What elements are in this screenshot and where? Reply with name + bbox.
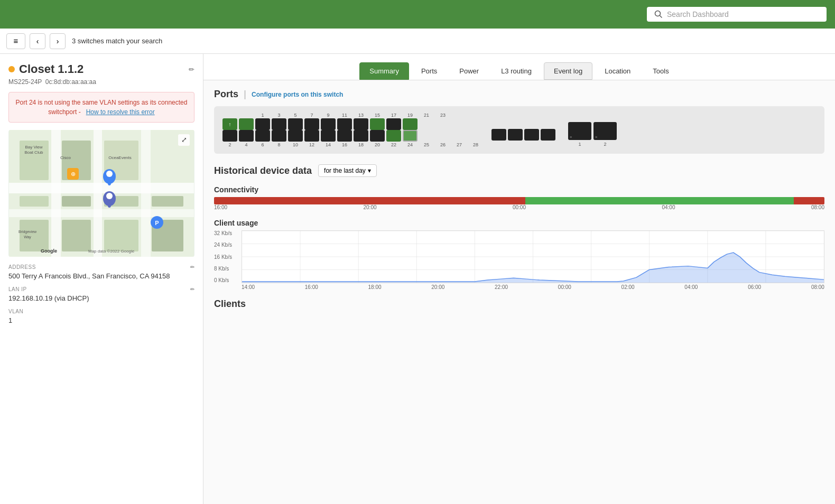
svg-rect-17	[104, 220, 138, 251]
svg-text:P: P	[155, 220, 159, 226]
port-19[interactable]	[370, 118, 385, 130]
y-axis-labels: 32 Kb/s 24 Kb/s 16 Kb/s 8 Kb/s 0 Kb/s	[214, 230, 234, 283]
chart-canvas	[242, 230, 824, 283]
port-7[interactable]	[272, 118, 286, 130]
period-dropdown[interactable]: for the last day ▾	[318, 164, 377, 177]
client-usage-title: Client usage	[214, 219, 824, 227]
port-21[interactable]	[386, 118, 401, 130]
svg-text:Google: Google	[41, 248, 57, 254]
tab-tools[interactable]: Tools	[643, 62, 679, 80]
port-9[interactable]	[288, 118, 303, 130]
port-20[interactable]	[370, 130, 385, 142]
port-14[interactable]	[321, 130, 336, 142]
svg-rect-14	[152, 196, 183, 207]
port-3[interactable]	[239, 118, 254, 130]
top-bar: Search Dashboard	[0, 0, 835, 29]
port-11[interactable]	[304, 118, 319, 130]
svg-text:Cisco: Cisco	[60, 155, 71, 160]
edit-device-icon[interactable]: ✏	[189, 66, 194, 73]
list-view-button[interactable]: ≡	[6, 33, 25, 49]
tab-eventlog[interactable]: Event log	[544, 62, 592, 80]
connectivity-title: Connectivity	[214, 185, 824, 194]
chevron-right-icon: ›	[57, 37, 59, 45]
chart-data-svg	[242, 231, 824, 283]
vlan-label: VLAN	[8, 309, 194, 314]
port-8[interactable]	[272, 130, 286, 142]
svg-rect-6	[94, 130, 102, 257]
lan-ip-value: 192.168.10.19 (via DHCP)	[8, 294, 194, 302]
usage-time-labels: 14:00 16:00 18:00 20:00 22:00 00:00 02:0…	[242, 284, 824, 290]
edit-lanip-icon[interactable]: ✏	[190, 286, 195, 292]
svg-text:Bay View: Bay View	[25, 145, 42, 150]
vlan-value: 1	[8, 316, 194, 324]
address-label: ADDRESS ✏	[8, 264, 194, 270]
content-area: Ports | Configure ports on this switch 1…	[203, 80, 835, 318]
port-27[interactable]	[524, 129, 539, 141]
port-23[interactable]	[403, 118, 418, 130]
port-22[interactable]	[386, 130, 401, 142]
search-box[interactable]: Search Dashboard	[647, 7, 827, 22]
port-1[interactable]	[222, 118, 237, 130]
port-10[interactable]	[288, 130, 303, 142]
next-button[interactable]: ›	[50, 33, 66, 49]
device-header: Closet 1.1.2 ✏	[8, 62, 194, 76]
main-layout: Closet 1.1.2 ✏ MS225-24P 0c:8d:db:aa:aa:…	[0, 54, 835, 504]
device-model: MS225-24P 0c:8d:db:aa:aa:aa	[8, 78, 194, 86]
nav-bar: ≡ ‹ › 3 switches match your search	[0, 29, 835, 54]
port-17[interactable]	[354, 118, 368, 130]
svg-text:⊕: ⊕	[71, 171, 76, 177]
connectivity-bar	[214, 197, 824, 204]
svg-text:Way: Way	[24, 235, 31, 239]
svg-rect-7	[141, 130, 151, 257]
port-grid: 135 7911 131517 192123	[222, 113, 483, 147]
port-26[interactable]	[508, 129, 523, 141]
status-dot	[8, 66, 15, 72]
lan-ip-label: LAN IP ✏	[8, 286, 194, 292]
conn-segment-green	[525, 197, 794, 204]
clients-title: Clients	[214, 298, 824, 310]
extra-ports	[491, 120, 555, 141]
port-18[interactable]	[354, 130, 368, 142]
svg-line-1	[660, 16, 662, 18]
client-usage-chart: 32 Kb/s 24 Kb/s 16 Kb/s 8 Kb/s 0 Kb/s	[214, 230, 824, 290]
right-panel: Summary Ports Power L3 routing Event log…	[203, 54, 835, 504]
search-placeholder: Search Dashboard	[667, 10, 729, 18]
port-4[interactable]	[239, 130, 254, 142]
port-5[interactable]	[255, 118, 270, 130]
tab-location[interactable]: Location	[595, 62, 641, 80]
chevron-left-icon: ‹	[36, 37, 39, 45]
port-24[interactable]	[403, 130, 418, 142]
svg-rect-16	[62, 220, 91, 251]
port-15[interactable]	[337, 118, 352, 130]
port-2[interactable]	[222, 130, 237, 142]
port-16[interactable]	[337, 130, 352, 142]
error-link[interactable]: How to resolve this error	[86, 108, 155, 116]
ports-heading: Ports | Configure ports on this switch	[214, 89, 824, 100]
dropdown-arrow-icon: ▾	[368, 167, 371, 174]
address-value: 500 Terry A Francois Blvd., San Francisc…	[8, 272, 194, 280]
svg-text:Boat Club: Boat Club	[24, 150, 43, 155]
configure-ports-link[interactable]: Configure ports on this switch	[252, 91, 343, 98]
map-svg: Bay View Boat Club Cisco OceaEvents Brid…	[8, 130, 194, 257]
port-bottom-row	[222, 130, 483, 142]
port-25[interactable]	[491, 129, 506, 141]
edit-address-icon[interactable]: ✏	[190, 264, 195, 270]
tab-summary[interactable]: Summary	[359, 62, 409, 80]
historical-header: Historical device data for the last day …	[214, 164, 824, 177]
tab-l3routing[interactable]: L3 routing	[491, 62, 542, 80]
error-box: Port 24 is not using the same VLAN setti…	[8, 92, 194, 123]
svg-text:Bridgeview: Bridgeview	[18, 230, 37, 234]
port-13[interactable]	[321, 118, 336, 130]
historical-title: Historical device data	[214, 165, 312, 176]
port-12[interactable]	[304, 130, 319, 142]
map-container[interactable]: Bay View Boat Club Cisco OceaEvents Brid…	[8, 130, 194, 257]
device-title: Closet 1.1.2	[8, 62, 84, 76]
prev-button[interactable]: ‹	[30, 33, 45, 49]
port-6[interactable]	[255, 130, 270, 142]
tab-power[interactable]: Power	[449, 62, 489, 80]
tab-ports[interactable]: Ports	[411, 62, 447, 80]
svg-point-0	[655, 11, 661, 16]
svg-rect-11	[20, 196, 49, 207]
port-28[interactable]	[541, 129, 555, 141]
svg-point-30	[106, 171, 113, 177]
